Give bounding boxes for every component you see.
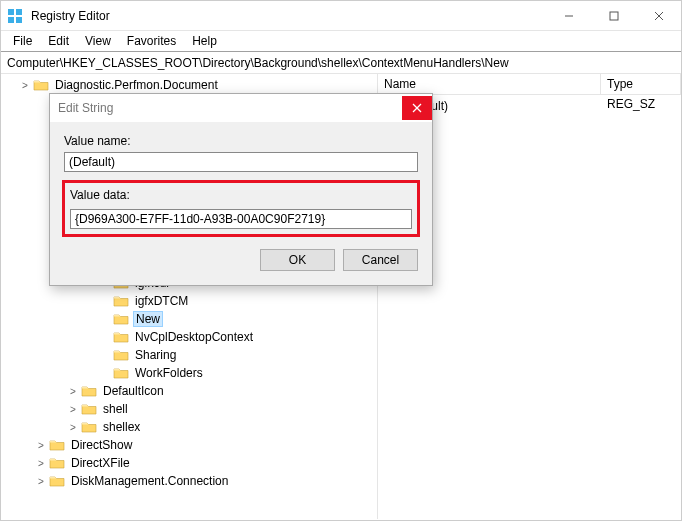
edit-string-dialog: Edit String Value name: Value data: OK C… xyxy=(49,93,433,286)
dialog-title: Edit String xyxy=(58,101,402,115)
expand-icon[interactable]: > xyxy=(65,404,81,415)
tree-node-label: Diagnostic.Perfmon.Document xyxy=(53,78,220,92)
ok-button[interactable]: OK xyxy=(260,249,335,271)
menu-view[interactable]: View xyxy=(77,32,119,50)
tree-node-label: igfxDTCM xyxy=(133,294,190,308)
titlebar: Registry Editor xyxy=(1,1,681,31)
tree-node-label: DirectXFile xyxy=(69,456,132,470)
tree-node[interactable]: > DiskManagement.Connection xyxy=(1,472,377,490)
folder-icon xyxy=(49,456,65,470)
menu-favorites[interactable]: Favorites xyxy=(119,32,184,50)
svg-rect-2 xyxy=(8,17,14,23)
menu-file[interactable]: File xyxy=(5,32,40,50)
window-title: Registry Editor xyxy=(31,9,546,23)
menu-edit[interactable]: Edit xyxy=(40,32,77,50)
folder-icon xyxy=(49,438,65,452)
folder-icon xyxy=(81,384,97,398)
menubar: File Edit View Favorites Help xyxy=(1,31,681,51)
folder-icon xyxy=(113,294,129,308)
folder-icon xyxy=(113,312,129,326)
cancel-button[interactable]: Cancel xyxy=(343,249,418,271)
value-data-input[interactable] xyxy=(70,209,412,229)
tree-node[interactable]: NvCplDesktopContext xyxy=(1,328,377,346)
value-type: REG_SZ xyxy=(601,95,681,116)
svg-rect-0 xyxy=(8,9,14,15)
tree-node-label: WorkFolders xyxy=(133,366,205,380)
value-name-label: Value name: xyxy=(64,134,418,148)
svg-rect-3 xyxy=(16,17,22,23)
value-data-label: Value data: xyxy=(70,188,412,202)
value-data-highlight: Value data: xyxy=(64,182,418,235)
folder-icon xyxy=(81,420,97,434)
menu-help[interactable]: Help xyxy=(184,32,225,50)
tree-node-label: Sharing xyxy=(133,348,178,362)
tree-node[interactable]: > DefaultIcon xyxy=(1,382,377,400)
tree-node-label: DirectShow xyxy=(69,438,134,452)
tree-node[interactable]: > DirectShow xyxy=(1,436,377,454)
dialog-titlebar[interactable]: Edit String xyxy=(50,94,432,122)
expand-icon[interactable]: > xyxy=(65,386,81,397)
tree-node[interactable]: New xyxy=(1,310,377,328)
regedit-icon xyxy=(7,8,23,24)
tree-node[interactable]: WorkFolders xyxy=(1,364,377,382)
address-bar[interactable]: Computer\HKEY_CLASSES_ROOT\Directory\Bac… xyxy=(1,52,681,74)
tree-node[interactable]: igfxDTCM xyxy=(1,292,377,310)
expand-icon[interactable]: > xyxy=(33,458,49,469)
svg-rect-1 xyxy=(16,9,22,15)
expand-icon[interactable]: > xyxy=(33,440,49,451)
folder-icon xyxy=(49,474,65,488)
folder-icon xyxy=(33,78,49,92)
folder-icon xyxy=(113,366,129,380)
col-name[interactable]: Name xyxy=(378,74,601,94)
window-close-button[interactable] xyxy=(636,1,681,31)
expand-icon[interactable]: > xyxy=(17,80,33,91)
address-text: Computer\HKEY_CLASSES_ROOT\Directory\Bac… xyxy=(7,56,509,70)
tree-node[interactable]: > shell xyxy=(1,400,377,418)
maximize-button[interactable] xyxy=(591,1,636,31)
tree-node-label: New xyxy=(133,311,163,327)
tree-node-label: shellex xyxy=(101,420,142,434)
col-type[interactable]: Type xyxy=(601,74,681,94)
tree-node-label: DefaultIcon xyxy=(101,384,166,398)
dialog-close-button[interactable] xyxy=(402,96,432,120)
tree-node[interactable]: > DirectXFile xyxy=(1,454,377,472)
folder-icon xyxy=(113,348,129,362)
expand-icon[interactable]: > xyxy=(33,476,49,487)
tree-node-label: shell xyxy=(101,402,130,416)
tree-node[interactable]: Sharing xyxy=(1,346,377,364)
value-name-input[interactable] xyxy=(64,152,418,172)
tree-node[interactable]: > shellex xyxy=(1,418,377,436)
folder-icon xyxy=(81,402,97,416)
folder-icon xyxy=(113,330,129,344)
tree-node-label: DiskManagement.Connection xyxy=(69,474,230,488)
expand-icon[interactable]: > xyxy=(65,422,81,433)
list-header: Name Type xyxy=(378,74,681,95)
tree-node-label: NvCplDesktopContext xyxy=(133,330,255,344)
tree-node[interactable]: > Diagnostic.Perfmon.Document xyxy=(1,76,377,94)
minimize-button[interactable] xyxy=(546,1,591,31)
svg-rect-5 xyxy=(610,12,618,20)
